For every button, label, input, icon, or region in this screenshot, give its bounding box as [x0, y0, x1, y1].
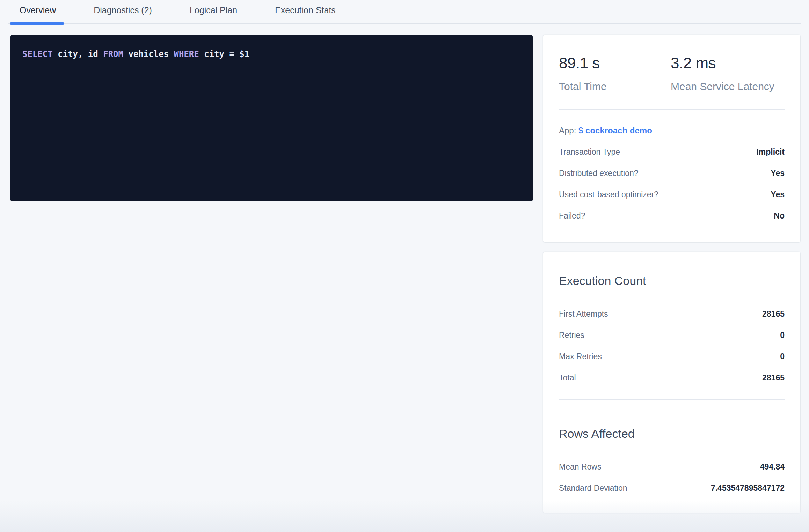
detail-value: 28165	[762, 373, 785, 383]
rows-affected-rows: Mean Rows 494.84 Standard Deviation 7.45…	[559, 462, 785, 493]
rows-affected-title: Rows Affected	[559, 426, 785, 441]
sql-text: vehicles	[123, 49, 174, 59]
sql-text: city = $1	[199, 49, 250, 59]
detail-row-max-retries: Max Retries 0	[559, 352, 785, 361]
tab-bar: Overview Diagnostics (2) Logical Plan Ex…	[8, 0, 801, 24]
detail-label: Failed?	[559, 211, 585, 221]
total-time-value: 89.1 s	[559, 55, 671, 71]
detail-label: Max Retries	[559, 352, 602, 361]
sql-statement: SELECT city, id FROM vehicles WHERE city…	[22, 48, 521, 60]
detail-row-standard-deviation: Standard Deviation 7.453547895847172	[559, 483, 785, 493]
detail-label: First Attempts	[559, 309, 608, 319]
detail-label: Used cost-based optimizer?	[559, 190, 658, 199]
tab-overview[interactable]: Overview	[20, 0, 56, 23]
sql-keyword: FROM	[103, 49, 123, 59]
detail-row-distributed-execution: Distributed execution? Yes	[559, 169, 785, 178]
app-link[interactable]: $ cockroach demo	[578, 126, 652, 135]
detail-value: 494.84	[760, 462, 785, 472]
sql-statement-box: SELECT city, id FROM vehicles WHERE city…	[10, 35, 533, 201]
detail-value: No	[774, 211, 785, 221]
execution-stats-card: Execution Count First Attempts 28165 Ret…	[543, 252, 800, 513]
detail-value: 28165	[762, 309, 785, 319]
app-row: App: $ cockroach demo	[559, 126, 785, 135]
mean-service-latency-value: 3.2 ms	[671, 55, 774, 71]
detail-row-mean-rows: Mean Rows 494.84	[559, 462, 785, 472]
tab-logical-plan[interactable]: Logical Plan	[190, 0, 237, 23]
detail-value: Implicit	[756, 147, 785, 157]
detail-label: Mean Rows	[559, 462, 601, 472]
statement-details-content: SELECT city, id FROM vehicles WHERE city…	[10, 35, 800, 513]
sql-keyword: SELECT	[22, 49, 53, 59]
execution-count-title: Execution Count	[559, 273, 785, 288]
detail-value: 0	[780, 331, 785, 340]
metric-mean-service-latency: 3.2 ms Mean Service Latency	[671, 55, 774, 92]
summary-card: 89.1 s Total Time 3.2 ms Mean Service La…	[543, 35, 800, 242]
detail-row-first-attempts: First Attempts 28165	[559, 309, 785, 319]
mean-service-latency-label: Mean Service Latency	[671, 81, 774, 92]
execution-count-rows: First Attempts 28165 Retries 0 Max Retri…	[559, 309, 785, 383]
detail-label: Transaction Type	[559, 147, 620, 157]
app-label: App:	[559, 126, 576, 135]
detail-label: Total	[559, 373, 576, 383]
metrics-row: 89.1 s Total Time 3.2 ms Mean Service La…	[559, 55, 785, 92]
detail-label: Retries	[559, 331, 584, 340]
detail-label: Distributed execution?	[559, 169, 639, 178]
metric-total-time: 89.1 s Total Time	[559, 55, 671, 92]
detail-row-total: Total 28165	[559, 373, 785, 383]
detail-row-cost-based-optimizer: Used cost-based optimizer? Yes	[559, 190, 785, 199]
sql-text: city, id	[53, 49, 103, 59]
stats-divider	[559, 399, 785, 400]
tab-execution-stats[interactable]: Execution Stats	[275, 0, 336, 23]
detail-value: 0	[780, 352, 785, 361]
detail-label: Standard Deviation	[559, 483, 627, 493]
detail-row-failed: Failed? No	[559, 211, 785, 221]
stats-sidebar: 89.1 s Total Time 3.2 ms Mean Service La…	[543, 35, 800, 513]
detail-value: Yes	[771, 169, 785, 178]
detail-row-transaction-type: Transaction Type Implicit	[559, 147, 785, 157]
tab-diagnostics[interactable]: Diagnostics (2)	[94, 0, 152, 23]
detail-value: Yes	[771, 190, 785, 199]
detail-value: 7.453547895847172	[711, 483, 785, 493]
summary-divider	[559, 109, 785, 110]
total-time-label: Total Time	[559, 81, 671, 92]
detail-row-retries: Retries 0	[559, 331, 785, 340]
sql-keyword: WHERE	[174, 49, 199, 59]
